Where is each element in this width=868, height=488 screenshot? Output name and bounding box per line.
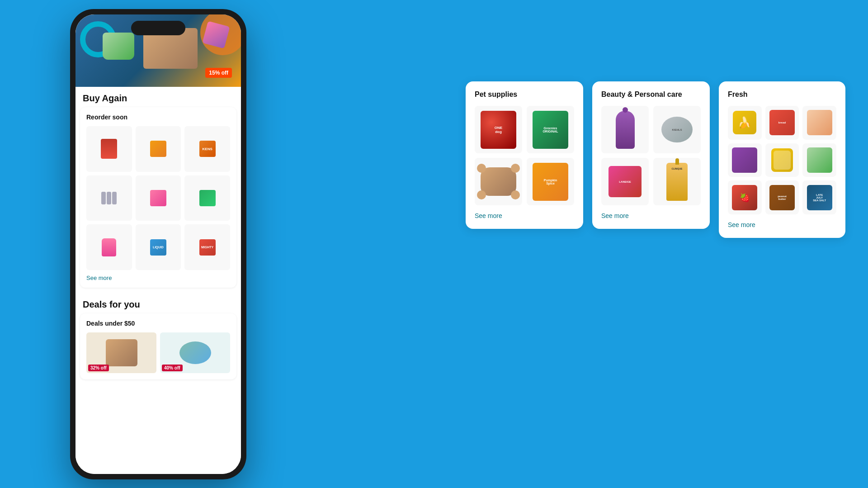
beauty-product-4[interactable]: CLINIQUE xyxy=(653,158,701,205)
fresh-product-crackers[interactable] xyxy=(802,106,836,140)
phone-screen-inner: 15% off Buy Again Reorder soon xyxy=(75,14,241,474)
reorder-product-1[interactable] xyxy=(86,126,132,172)
beauty-card: Beauty & Personal care KIEHLS LANEIGE xyxy=(592,81,710,229)
reorder-product-5[interactable] xyxy=(136,175,181,221)
beauty-product-2[interactable]: KIEHLS xyxy=(653,106,701,153)
phone-buy-again-section: Buy Again Reorder soon xyxy=(75,87,241,394)
beauty-see-more[interactable]: See more xyxy=(601,212,629,219)
fresh-see-more[interactable]: See more xyxy=(728,221,755,228)
deals-products-grid: 32% off 40% off xyxy=(86,332,230,373)
fresh-product-greens[interactable] xyxy=(802,143,836,177)
fresh-card: Fresh 🍌 bread xyxy=(719,81,845,238)
categories-container: Pet supplies ONEdog GreeniesORIGINAL xyxy=(466,81,845,238)
reorder-product-7[interactable] xyxy=(86,224,132,270)
pet-supplies-card: Pet supplies ONEdog GreeniesORIGINAL xyxy=(466,81,583,229)
reorder-product-9[interactable]: MIGHTY xyxy=(184,224,230,270)
reorder-product-8[interactable]: LIQUID xyxy=(136,224,181,270)
pet-product-2[interactable]: GreeniesORIGINAL xyxy=(527,106,574,153)
reorder-products-grid: KENS xyxy=(86,126,230,270)
pet-products-grid: ONEdog GreeniesORIGINAL xyxy=(475,106,574,205)
pet-see-more[interactable]: See more xyxy=(475,212,502,219)
hero-discount-badge: 15% off xyxy=(205,68,232,78)
fresh-product-bananas[interactable]: 🍌 xyxy=(728,106,762,140)
beauty-product-1[interactable] xyxy=(601,106,649,153)
deals-card: Deals under $50 32% off 40% off xyxy=(80,313,236,379)
phone-mockup: 15% off Buy Again Reorder soon xyxy=(70,9,246,479)
deals-section: Deals for you Deals under $50 32% off xyxy=(75,293,241,379)
fresh-product-fruit[interactable]: 🍓 xyxy=(728,180,762,214)
deal-product-1[interactable]: 32% off xyxy=(86,332,156,373)
deal-product-2[interactable]: 40% off xyxy=(160,332,230,373)
fresh-product-peanut[interactable]: peanutbutter xyxy=(765,180,799,214)
beauty-product-3[interactable]: LANEIGE xyxy=(601,158,649,205)
deals-title: Deals for you xyxy=(75,293,241,313)
pet-product-4[interactable]: PumpkinSpice xyxy=(527,158,574,205)
beauty-title: Beauty & Personal care xyxy=(601,90,701,99)
pet-product-3[interactable] xyxy=(475,158,522,205)
fresh-title: Fresh xyxy=(728,90,836,99)
phone-frame: 15% off Buy Again Reorder soon xyxy=(70,9,246,479)
phone-notch xyxy=(131,21,185,35)
reorder-product-6[interactable] xyxy=(184,175,230,221)
fresh-product-bread[interactable]: bread xyxy=(765,106,799,140)
reorder-product-4[interactable] xyxy=(86,175,132,221)
fresh-products-grid: 🍌 bread � xyxy=(728,106,836,214)
deal-badge-1: 32% off xyxy=(88,365,109,371)
reorder-product-2[interactable] xyxy=(136,126,181,172)
fresh-product-chips[interactable]: LATEJULYSEA SALT xyxy=(802,180,836,214)
deal-badge-2: 40% off xyxy=(162,365,183,371)
pet-supplies-title: Pet supplies xyxy=(475,90,574,99)
beauty-products-grid: KIEHLS LANEIGE CLINIQUE xyxy=(601,106,701,205)
phone-screen: 15% off Buy Again Reorder soon xyxy=(75,14,241,474)
reorder-product-3[interactable]: KENS xyxy=(184,126,230,172)
reorder-soon-card: Reorder soon KENS xyxy=(80,107,236,288)
buy-again-title: Buy Again xyxy=(75,87,241,107)
deals-card-title: Deals under $50 xyxy=(86,320,230,327)
reorder-see-more[interactable]: See more xyxy=(86,275,230,281)
fresh-product-jar[interactable] xyxy=(765,143,799,177)
fresh-product-snack-purple[interactable] xyxy=(728,143,762,177)
reorder-card-title: Reorder soon xyxy=(86,114,230,121)
pet-product-1[interactable]: ONEdog xyxy=(475,106,522,153)
